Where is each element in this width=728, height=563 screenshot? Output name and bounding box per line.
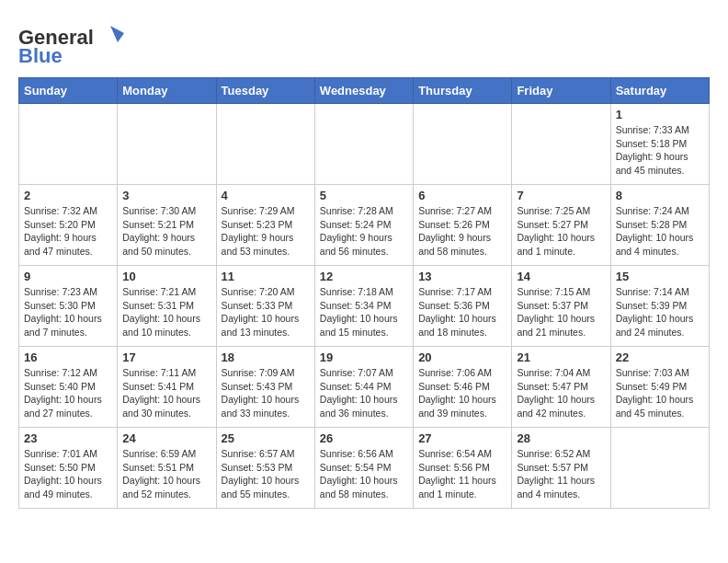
day-number: 5 [320, 189, 408, 202]
calendar-week-row: 23Sunrise: 7:01 AM Sunset: 5:50 PM Dayli… [19, 428, 710, 509]
calendar-cell: 2Sunrise: 7:32 AM Sunset: 5:20 PM Daylig… [19, 185, 118, 266]
calendar-cell: 6Sunrise: 7:27 AM Sunset: 5:26 PM Daylig… [414, 185, 512, 266]
day-number: 9 [24, 270, 112, 283]
day-info: Sunrise: 7:18 AM Sunset: 5:34 PM Dayligh… [320, 285, 408, 339]
calendar-cell: 20Sunrise: 7:06 AM Sunset: 5:46 PM Dayli… [414, 347, 512, 428]
calendar-cell: 9Sunrise: 7:23 AM Sunset: 5:30 PM Daylig… [19, 266, 118, 347]
svg-text:Blue: Blue [18, 44, 63, 64]
calendar-cell: 3Sunrise: 7:30 AM Sunset: 5:21 PM Daylig… [118, 185, 216, 266]
calendar-cell: 13Sunrise: 7:17 AM Sunset: 5:36 PM Dayli… [414, 266, 512, 347]
day-number: 20 [418, 350, 506, 364]
day-info: Sunrise: 7:29 AM Sunset: 5:23 PM Dayligh… [222, 204, 310, 259]
day-number: 1 [616, 108, 704, 121]
day-number: 7 [517, 189, 605, 202]
day-info: Sunrise: 7:07 AM Sunset: 5:44 PM Dayligh… [320, 366, 408, 420]
calendar-cell: 7Sunrise: 7:25 AM Sunset: 5:27 PM Daylig… [512, 185, 610, 266]
calendar-cell: 12Sunrise: 7:18 AM Sunset: 5:34 PM Dayli… [314, 266, 413, 347]
day-info: Sunrise: 7:28 AM Sunset: 5:24 PM Dayligh… [320, 204, 408, 259]
calendar-week-row: 9Sunrise: 7:23 AM Sunset: 5:30 PM Daylig… [19, 266, 710, 347]
day-info: Sunrise: 7:15 AM Sunset: 5:37 PM Dayligh… [517, 285, 605, 339]
calendar-cell: 28Sunrise: 6:52 AM Sunset: 5:57 PM Dayli… [512, 428, 610, 509]
calendar-cell: 18Sunrise: 7:09 AM Sunset: 5:43 PM Dayli… [216, 347, 314, 428]
day-info: Sunrise: 7:25 AM Sunset: 5:27 PM Dayligh… [517, 204, 605, 259]
page-header: General Blue [18, 18, 710, 68]
header-monday: Monday [118, 78, 216, 104]
header-sunday: Sunday [19, 78, 118, 104]
day-number: 3 [122, 189, 210, 202]
header-saturday: Saturday [610, 78, 709, 104]
calendar-cell: 19Sunrise: 7:07 AM Sunset: 5:44 PM Dayli… [314, 347, 413, 428]
logo: General Blue [18, 18, 129, 68]
calendar-cell: 4Sunrise: 7:29 AM Sunset: 5:23 PM Daylig… [216, 185, 314, 266]
day-number: 6 [418, 189, 506, 202]
day-info: Sunrise: 6:52 AM Sunset: 5:57 PM Dayligh… [517, 447, 605, 501]
day-number: 18 [222, 350, 310, 364]
calendar-cell: 1Sunrise: 7:33 AM Sunset: 5:18 PM Daylig… [610, 104, 709, 185]
calendar-body: 1Sunrise: 7:33 AM Sunset: 5:18 PM Daylig… [19, 104, 710, 509]
day-number: 26 [320, 431, 408, 445]
calendar-cell [314, 104, 413, 185]
day-info: Sunrise: 7:21 AM Sunset: 5:31 PM Dayligh… [122, 285, 210, 339]
day-info: Sunrise: 7:17 AM Sunset: 5:36 PM Dayligh… [418, 285, 506, 339]
day-info: Sunrise: 6:59 AM Sunset: 5:51 PM Dayligh… [122, 447, 210, 501]
day-info: Sunrise: 7:20 AM Sunset: 5:33 PM Dayligh… [222, 285, 310, 339]
day-info: Sunrise: 7:27 AM Sunset: 5:26 PM Dayligh… [418, 204, 506, 259]
calendar-cell [414, 104, 512, 185]
day-number: 25 [222, 431, 310, 445]
calendar-week-row: 1Sunrise: 7:33 AM Sunset: 5:18 PM Daylig… [19, 104, 710, 185]
day-number: 24 [122, 431, 210, 445]
calendar-cell: 10Sunrise: 7:21 AM Sunset: 5:31 PM Dayli… [118, 266, 216, 347]
calendar-cell: 24Sunrise: 6:59 AM Sunset: 5:51 PM Dayli… [118, 428, 216, 509]
calendar-week-row: 16Sunrise: 7:12 AM Sunset: 5:40 PM Dayli… [19, 347, 710, 428]
calendar-week-row: 2Sunrise: 7:32 AM Sunset: 5:20 PM Daylig… [19, 185, 710, 266]
day-number: 19 [320, 350, 408, 364]
calendar-cell [216, 104, 314, 185]
day-info: Sunrise: 7:23 AM Sunset: 5:30 PM Dayligh… [24, 285, 112, 339]
day-number: 22 [616, 350, 704, 364]
calendar-cell: 27Sunrise: 6:54 AM Sunset: 5:56 PM Dayli… [414, 428, 512, 509]
calendar-cell: 17Sunrise: 7:11 AM Sunset: 5:41 PM Dayli… [118, 347, 216, 428]
day-number: 4 [222, 189, 310, 202]
day-number: 12 [320, 270, 408, 283]
header-wednesday: Wednesday [314, 78, 413, 104]
day-number: 13 [418, 270, 506, 283]
calendar-cell: 8Sunrise: 7:24 AM Sunset: 5:28 PM Daylig… [610, 185, 709, 266]
day-number: 11 [222, 270, 310, 283]
day-info: Sunrise: 6:57 AM Sunset: 5:53 PM Dayligh… [222, 447, 310, 501]
calendar-cell: 5Sunrise: 7:28 AM Sunset: 5:24 PM Daylig… [314, 185, 413, 266]
calendar-cell [610, 428, 709, 509]
header-thursday: Thursday [414, 78, 512, 104]
header-friday: Friday [512, 78, 610, 104]
svg-marker-1 [110, 26, 124, 42]
day-number: 2 [24, 189, 112, 202]
day-number: 21 [517, 350, 605, 364]
calendar-cell [19, 104, 118, 185]
header-tuesday: Tuesday [216, 78, 314, 104]
calendar-cell [118, 104, 216, 185]
day-info: Sunrise: 7:01 AM Sunset: 5:50 PM Dayligh… [24, 447, 112, 501]
weekday-header-row: Sunday Monday Tuesday Wednesday Thursday… [19, 78, 710, 104]
day-info: Sunrise: 7:33 AM Sunset: 5:18 PM Dayligh… [616, 123, 704, 178]
calendar-cell: 16Sunrise: 7:12 AM Sunset: 5:40 PM Dayli… [19, 347, 118, 428]
day-info: Sunrise: 7:12 AM Sunset: 5:40 PM Dayligh… [24, 366, 112, 420]
day-number: 14 [517, 270, 605, 283]
day-number: 27 [418, 431, 506, 445]
day-number: 17 [122, 350, 210, 364]
day-number: 10 [122, 270, 210, 283]
day-info: Sunrise: 7:24 AM Sunset: 5:28 PM Dayligh… [616, 204, 704, 259]
day-info: Sunrise: 6:54 AM Sunset: 5:56 PM Dayligh… [418, 447, 506, 501]
day-number: 8 [616, 189, 704, 202]
calendar-cell: 23Sunrise: 7:01 AM Sunset: 5:50 PM Dayli… [19, 428, 118, 509]
logo-text: General Blue [18, 18, 129, 68]
calendar-cell: 11Sunrise: 7:20 AM Sunset: 5:33 PM Dayli… [216, 266, 314, 347]
calendar-cell: 14Sunrise: 7:15 AM Sunset: 5:37 PM Dayli… [512, 266, 610, 347]
calendar-cell: 25Sunrise: 6:57 AM Sunset: 5:53 PM Dayli… [216, 428, 314, 509]
day-number: 16 [24, 350, 112, 364]
day-info: Sunrise: 7:11 AM Sunset: 5:41 PM Dayligh… [122, 366, 210, 420]
calendar-cell: 21Sunrise: 7:04 AM Sunset: 5:47 PM Dayli… [512, 347, 610, 428]
day-number: 28 [517, 431, 605, 445]
day-info: Sunrise: 7:32 AM Sunset: 5:20 PM Dayligh… [24, 204, 112, 259]
day-info: Sunrise: 7:06 AM Sunset: 5:46 PM Dayligh… [418, 366, 506, 420]
day-info: Sunrise: 7:03 AM Sunset: 5:49 PM Dayligh… [616, 366, 704, 420]
day-number: 23 [24, 431, 112, 445]
